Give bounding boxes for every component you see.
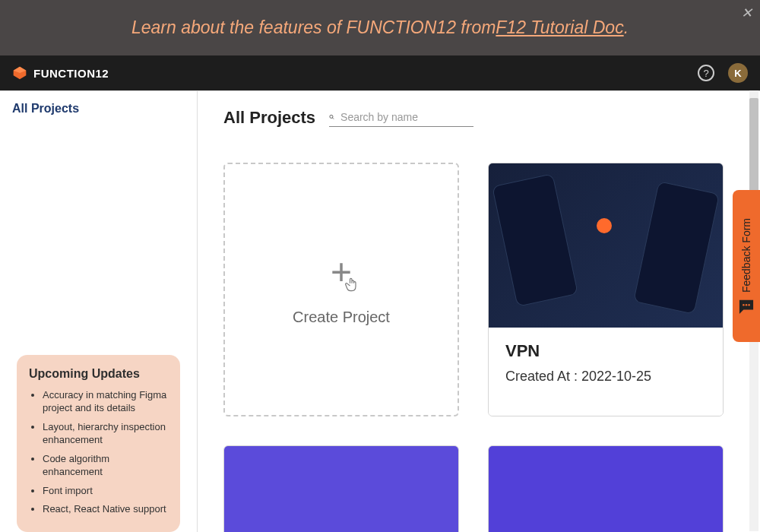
topbar-right: ? K [698,63,748,83]
page-title: All Projects [223,108,315,128]
project-card-body: VPN Created At : 2022-10-25 [489,328,723,416]
svg-point-6 [748,304,750,306]
create-project-card[interactable]: + Create Project [223,163,459,416]
svg-point-5 [746,304,748,306]
plus-icon: + [331,254,352,290]
workspace: All Projects Upcoming Updates Accuracy i… [0,90,760,532]
help-icon[interactable]: ? [698,65,714,81]
banner-text-suffix: . [624,17,629,38]
project-card[interactable]: VPN Created At : 2022-10-25 [488,163,724,416]
updates-list: Accuracy in matching Figma project and i… [29,388,168,516]
search-input[interactable] [340,111,473,123]
svg-line-3 [332,117,334,119]
cursor-hand-icon [344,277,359,295]
list-item: Font import [43,484,168,498]
search-icon [329,109,334,125]
projects-grid: + Create Project VPN Created At : 2022-1… [223,163,734,532]
project-card[interactable] [223,445,459,532]
list-item: Accuracy in matching Figma project and i… [43,388,168,415]
banner-text-prefix: Learn about the features of FUNCTION12 f… [131,17,496,38]
brand[interactable]: FUNCTION12 [12,65,109,81]
list-item: Layout, hierarchy inspection enhancement [43,420,168,447]
project-thumbnail [224,446,458,532]
sidebar-item-all-projects[interactable]: All Projects [12,102,185,116]
svg-point-4 [743,304,745,306]
topbar: FUNCTION12 ? K [0,55,760,90]
chat-icon [738,299,755,314]
search-wrap [329,109,473,127]
project-created-at: Created At : 2022-10-25 [505,369,706,385]
upcoming-updates-card: Upcoming Updates Accuracy in matching Fi… [17,355,180,532]
avatar[interactable]: K [728,63,748,83]
project-card[interactable] [488,445,724,532]
feedback-label: Feedback Form [740,218,752,293]
updates-heading: Upcoming Updates [29,367,168,381]
project-thumbnail [489,163,723,328]
thumbnail-accent [597,218,612,233]
announcement-banner: Learn about the features of FUNCTION12 f… [0,0,760,55]
brand-text: FUNCTION12 [33,67,109,80]
main-content: All Projects + Create Project VPN Create… [198,91,760,532]
banner-link[interactable]: F12 Tutorial Doc [496,17,623,38]
main-header: All Projects [223,108,734,128]
svg-point-2 [330,115,333,118]
close-icon[interactable]: ✕ [741,5,752,21]
brand-logo-icon [12,65,27,81]
project-title: VPN [505,341,706,361]
create-project-label: Create Project [293,309,390,326]
sidebar: All Projects Upcoming Updates Accuracy i… [0,91,198,532]
list-item: React, React Native support [43,502,168,516]
list-item: Code algorithm enhancement [43,452,168,479]
feedback-form-tab[interactable]: Feedback Form [733,190,760,342]
project-thumbnail [489,446,723,532]
